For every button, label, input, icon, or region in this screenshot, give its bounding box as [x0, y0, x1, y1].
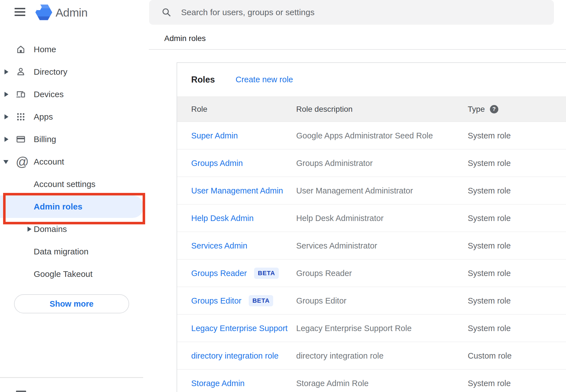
role-description: directory integration role	[296, 342, 384, 370]
role-cell: Help Desk Admin	[191, 204, 254, 232]
table-header-row: Role Role description Type ?	[177, 96, 566, 122]
sidebar-item-label: Devices	[34, 83, 64, 106]
sidebar-item-billing[interactable]: Billing	[0, 128, 149, 151]
sidebar-item-home[interactable]: Home	[0, 38, 149, 61]
menu-icon[interactable]	[15, 8, 25, 16]
column-header-type-label: Type	[468, 105, 485, 114]
sidebar-item-label: Billing	[34, 128, 56, 151]
search-icon	[161, 7, 172, 19]
role-description: User Management Administrator	[296, 177, 413, 204]
sidebar-nav: HomeDirectoryDevicesAppsBilling@AccountA…	[0, 38, 149, 285]
credit-card-icon	[16, 134, 26, 144]
at-icon: @	[16, 154, 26, 165]
role-link[interactable]: Storage Admin	[191, 379, 245, 388]
table-row: Groups Admin Groups Administrator System…	[177, 149, 566, 177]
sidebar-item-label: Admin roles	[34, 195, 82, 218]
table-row: directory integration role directory int…	[177, 342, 566, 370]
role-cell: User Management Admin	[191, 177, 283, 204]
role-cell: directory integration role	[191, 342, 279, 370]
table-row: Groups Reader BETA Groups Reader System …	[177, 259, 566, 287]
role-link[interactable]: Super Admin	[191, 131, 238, 140]
breadcrumb: Admin roles	[164, 34, 206, 43]
role-description: Groups Reader	[296, 259, 352, 287]
role-link[interactable]: Services Admin	[191, 241, 247, 250]
role-link[interactable]: Groups Admin	[191, 159, 243, 168]
table-row: Storage Admin Storage Admin Role System …	[177, 370, 566, 392]
sidebar-item-apps[interactable]: Apps	[0, 106, 149, 128]
role-cell: Super Admin	[191, 122, 238, 149]
sidebar-item-label: Account settings	[34, 173, 95, 195]
person-icon	[16, 67, 26, 77]
role-type: System role	[468, 287, 511, 314]
sidebar-item-devices[interactable]: Devices	[0, 83, 149, 106]
role-description: Groups Editor	[296, 287, 346, 314]
role-link[interactable]: User Management Admin	[191, 186, 283, 195]
table-row: Services Admin Services Administrator Sy…	[177, 232, 566, 259]
sidebar-item-label: Data migration	[34, 240, 88, 263]
role-type: System role	[468, 204, 511, 232]
sidebar-item-label: Account	[34, 151, 64, 173]
role-type: System role	[468, 149, 511, 177]
table-row: User Management Admin User Management Ad…	[177, 177, 566, 204]
sidebar-item-admin-roles[interactable]: Admin roles	[0, 195, 144, 218]
expand-arrow-icon[interactable]	[4, 92, 8, 97]
sidebar-item-domains[interactable]: Domains	[0, 218, 149, 240]
sidebar-item-account[interactable]: @Account	[0, 151, 149, 173]
expand-arrow-icon[interactable]	[4, 114, 8, 119]
table-row: Groups Editor BETA Groups Editor System …	[177, 287, 566, 314]
expand-arrow-icon[interactable]	[28, 227, 31, 232]
sidebar-item-google-takeout[interactable]: Google Takeout	[0, 263, 149, 285]
role-description: Help Desk Administrator	[296, 204, 384, 232]
roles-card: Roles Create new role Role Role descript…	[177, 62, 566, 392]
role-description: Legacy Enterprise Support Role	[296, 314, 412, 342]
expand-arrow-icon[interactable]	[4, 69, 8, 74]
role-description: Storage Admin Role	[296, 370, 369, 392]
role-type: System role	[468, 370, 511, 392]
role-cell: Groups Reader BETA	[191, 259, 279, 287]
beta-badge: BETA	[254, 268, 279, 279]
role-link[interactable]: Groups Reader	[191, 269, 247, 278]
search-bar[interactable]	[149, 0, 554, 25]
column-header-type: Type ?	[468, 96, 498, 122]
search-input[interactable]	[181, 0, 540, 25]
table-row: Help Desk Admin Help Desk Administrator …	[177, 204, 566, 232]
role-type: System role	[468, 314, 511, 342]
collapse-arrow-icon[interactable]	[3, 160, 8, 164]
role-type: Custom role	[468, 342, 512, 370]
role-type: System role	[468, 259, 511, 287]
show-more-button[interactable]: Show more	[14, 294, 129, 313]
table-row: Legacy Enterprise Support Legacy Enterpr…	[177, 314, 566, 342]
sidebar-item-data-migration[interactable]: Data migration	[0, 240, 149, 263]
app-title: Admin	[56, 6, 88, 19]
table-row: Super Admin Google Apps Administrator Se…	[177, 122, 566, 149]
card-header: Roles Create new role	[177, 63, 566, 96]
column-header-role: Role	[191, 96, 207, 122]
role-cell: Groups Admin	[191, 149, 243, 177]
expand-arrow-icon[interactable]	[4, 137, 8, 142]
sidebar-item-label: Directory	[34, 61, 67, 83]
sidebar-item-label: Google Takeout	[34, 263, 93, 285]
beta-badge: BETA	[249, 295, 273, 306]
role-cell: Services Admin	[191, 232, 247, 259]
breadcrumb-divider	[149, 49, 566, 50]
admin-logo-icon	[35, 4, 52, 21]
role-type: System role	[468, 177, 511, 204]
role-link[interactable]: Groups Editor	[191, 296, 241, 306]
home-icon	[16, 44, 26, 54]
role-link[interactable]: directory integration role	[191, 351, 279, 361]
column-header-description: Role description	[296, 96, 353, 122]
sidebar-item-label: Apps	[34, 106, 53, 128]
role-type: System role	[468, 122, 511, 149]
roles-table-body: Super Admin Google Apps Administrator Se…	[177, 122, 566, 392]
admin-console-screen: Admin Admin roles HomeDirectoryDevicesAp…	[0, 0, 566, 392]
sidebar-item-directory[interactable]: Directory	[0, 61, 149, 83]
sidebar-item-account-settings[interactable]: Account settings	[0, 173, 149, 195]
sidebar-bottom-divider	[0, 377, 143, 378]
create-new-role-link[interactable]: Create new role	[236, 63, 293, 96]
sidebar-item-label: Domains	[34, 218, 67, 240]
role-cell: Groups Editor BETA	[191, 287, 273, 314]
apps-grid-icon	[16, 112, 26, 122]
help-icon[interactable]: ?	[490, 105, 498, 113]
role-link[interactable]: Help Desk Admin	[191, 214, 254, 223]
role-link[interactable]: Legacy Enterprise Support	[191, 324, 287, 333]
